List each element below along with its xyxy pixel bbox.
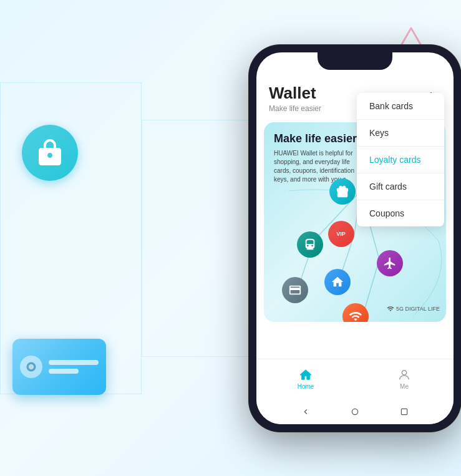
bg-circle-2 xyxy=(142,120,249,357)
back-button[interactable] xyxy=(300,406,311,417)
svg-point-10 xyxy=(352,409,357,414)
system-nav-bar xyxy=(256,399,454,424)
dropdown-item-keys[interactable]: Keys xyxy=(357,120,444,147)
node-gift xyxy=(329,178,356,205)
dropdown-item-gift-cards[interactable]: Gift cards xyxy=(357,173,444,200)
nav-me-label: Me xyxy=(400,383,409,390)
nav-me[interactable]: Me xyxy=(355,368,454,390)
wallet-info: Wallet Make life easier xyxy=(269,84,321,113)
dropdown-item-coupons[interactable]: Coupons xyxy=(357,200,444,226)
node-vip: VIP xyxy=(328,221,354,247)
phone-screen: Wallet Make life easier + Bank cards Key… xyxy=(256,52,454,424)
phone-mockup: Wallet Make life easier + Bank cards Key… xyxy=(249,45,461,432)
dropdown-menu[interactable]: Bank cards Keys Loyalty cards Gift cards… xyxy=(357,93,444,226)
card-line-1 xyxy=(49,360,99,365)
svg-rect-11 xyxy=(401,409,407,414)
node-home xyxy=(324,269,351,295)
node-card xyxy=(282,277,308,303)
dropdown-item-loyalty-cards[interactable]: Loyalty cards xyxy=(357,147,444,173)
nav-home[interactable]: Home xyxy=(256,368,355,390)
recents-button[interactable] xyxy=(399,406,410,417)
screen-content: Wallet Make life easier + Bank cards Key… xyxy=(256,52,454,359)
nav-home-label: Home xyxy=(298,383,314,390)
lock-icon xyxy=(22,125,78,181)
wallet-title: Wallet xyxy=(269,84,321,103)
svg-point-2 xyxy=(29,364,34,369)
card-line-2 xyxy=(49,369,79,374)
five-g-label: 5G DIGITAL LIFE xyxy=(387,305,440,313)
phone-frame: Wallet Make life easier + Bank cards Key… xyxy=(249,45,461,432)
home-button[interactable] xyxy=(349,406,361,417)
bottom-navigation: Home Me xyxy=(256,359,454,399)
credit-card-decoration xyxy=(12,339,106,395)
node-train xyxy=(297,231,323,258)
node-plane xyxy=(377,250,403,276)
phone-notch xyxy=(318,52,392,70)
card-icon xyxy=(20,356,42,378)
dropdown-item-bank-cards[interactable]: Bank cards xyxy=(357,93,444,120)
wallet-subtitle: Make life easier xyxy=(269,104,321,113)
card-lines xyxy=(49,360,99,374)
svg-point-9 xyxy=(402,371,406,375)
